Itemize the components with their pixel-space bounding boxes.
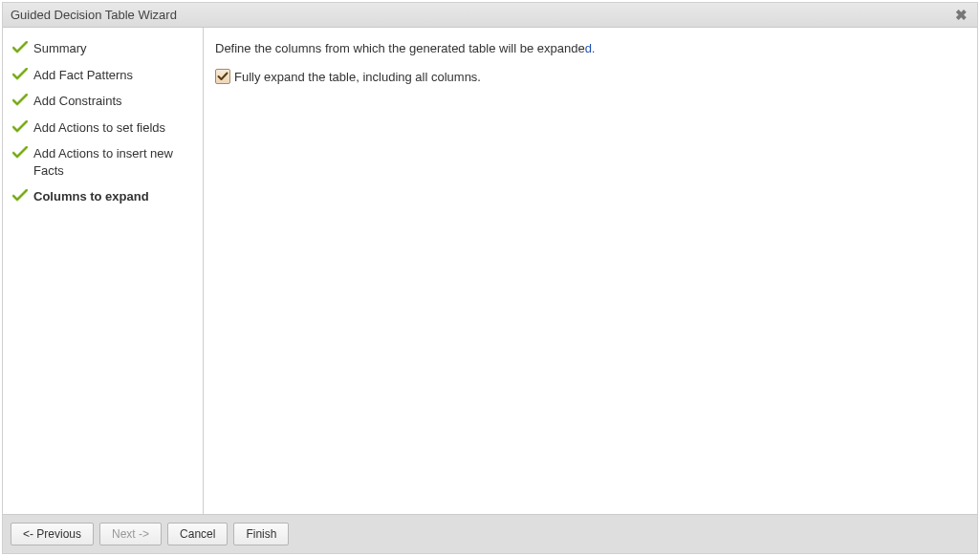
wizard-step-add-constraints[interactable]: Add Constraints (12, 88, 195, 115)
step-description: Define the columns from which the genera… (215, 41, 966, 55)
wizard-step-columns-to-expand[interactable]: Columns to expand (12, 183, 195, 210)
check-icon (12, 146, 28, 160)
close-icon[interactable]: ✖ (953, 7, 969, 24)
wizard-step-label: Summary (33, 40, 87, 57)
previous-button[interactable]: <- Previous (11, 523, 94, 545)
wizard-step-add-actions-set-fields[interactable]: Add Actions to set fields (12, 115, 195, 141)
dialog-body: Summary Add Fact Patterns Add Constraint… (3, 28, 977, 514)
wizard-step-label: Add Constraints (33, 93, 122, 110)
step-description-punct: d. (585, 41, 596, 55)
check-icon (12, 189, 28, 203)
step-description-text: Define the columns from which the genera… (215, 41, 585, 55)
wizard-step-label: Columns to expand (33, 188, 149, 205)
wizard-step-label: Add Fact Patterns (33, 67, 133, 84)
wizard-dialog: Guided Decision Table Wizard ✖ Summary A… (2, 2, 978, 554)
finish-button[interactable]: Finish (233, 523, 289, 545)
cancel-button[interactable]: Cancel (167, 523, 228, 545)
wizard-step-summary[interactable]: Summary (12, 35, 195, 62)
wizard-step-add-actions-insert-facts[interactable]: Add Actions to insert new Facts (12, 140, 195, 183)
wizard-step-label: Add Actions to insert new Facts (33, 145, 195, 179)
fully-expand-label: Fully expand the table, including all co… (234, 70, 481, 84)
wizard-footer: <- Previous Next -> Cancel Finish (3, 514, 977, 553)
check-icon (12, 68, 28, 81)
wizard-content: Define the columns from which the genera… (204, 28, 977, 514)
check-icon (12, 94, 28, 107)
wizard-step-add-fact-patterns[interactable]: Add Fact Patterns (12, 62, 195, 89)
check-icon (12, 120, 28, 134)
fully-expand-row: Fully expand the table, including all co… (215, 69, 966, 84)
titlebar: Guided Decision Table Wizard ✖ (3, 3, 977, 28)
dialog-title: Guided Decision Table Wizard (11, 8, 177, 22)
check-icon (12, 41, 28, 54)
wizard-steps-sidebar: Summary Add Fact Patterns Add Constraint… (3, 28, 204, 514)
wizard-step-label: Add Actions to set fields (33, 119, 165, 137)
fully-expand-checkbox[interactable] (215, 69, 230, 84)
next-button[interactable]: Next -> (99, 523, 162, 545)
